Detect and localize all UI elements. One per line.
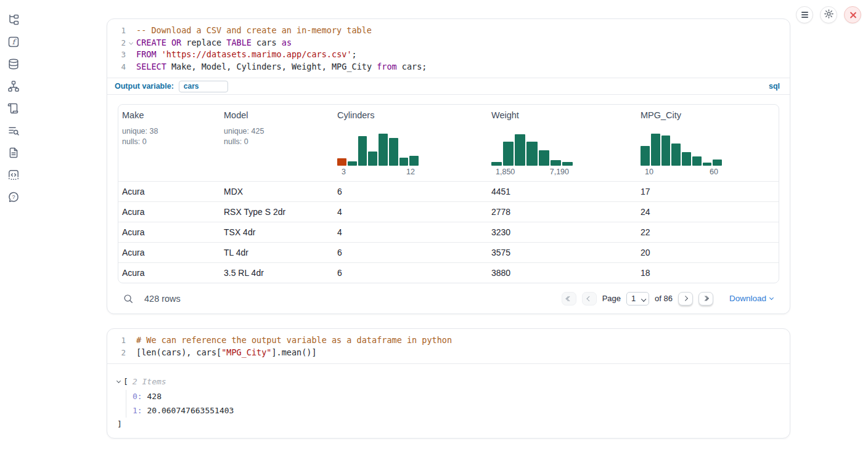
table-cell: Acura (118, 187, 220, 196)
column-stats: unique: 425nulls: 0 (224, 126, 329, 147)
code-text: FROM 'https://datasets.marimo.app/cars.c… (136, 49, 357, 61)
hierarchy-icon[interactable] (7, 80, 20, 92)
histogram-bar[interactable] (389, 138, 398, 166)
histogram-bar[interactable] (379, 134, 388, 166)
tree-collapse-chevron-icon[interactable] (117, 381, 120, 382)
histogram-bar[interactable] (399, 158, 409, 166)
column-name: Make (122, 110, 215, 120)
page-select[interactable]: 1 (627, 294, 649, 303)
sql-code-editor[interactable]: 1-- Download a CSV and create an in-memo… (107, 19, 790, 78)
column-header-cylinders[interactable]: Cylinders312 (334, 105, 488, 181)
download-button[interactable]: Download (729, 294, 773, 303)
file-tree-icon[interactable] (7, 14, 20, 26)
histogram-bar[interactable] (682, 152, 691, 166)
fold-gutter (126, 49, 136, 61)
column-histogram[interactable]: 1,8507,190 (491, 132, 573, 176)
menu-icon (801, 12, 808, 18)
settings-gear-icon (824, 9, 834, 22)
histogram-bar[interactable] (503, 142, 514, 166)
column-header-weight[interactable]: Weight1,8507,190 (488, 105, 637, 181)
column-header-model[interactable]: Modelunique: 425nulls: 0 (220, 105, 334, 181)
chevrons-left-icon (567, 297, 571, 301)
database-icon[interactable] (7, 58, 20, 70)
menu-button[interactable] (796, 6, 813, 23)
histogram-bar[interactable] (692, 156, 702, 166)
scroll-icon[interactable] (7, 102, 20, 115)
python-output-area: [ 2 Items 0: 4281: 20.060747663551403 ] (107, 363, 790, 431)
chevrons-right-icon (703, 297, 708, 301)
svg-text:f: f (12, 38, 17, 46)
column-histogram[interactable]: 1060 (641, 132, 722, 176)
python-code-editor[interactable]: 1# We can reference the output variable … (107, 329, 790, 363)
column-name: MPG_City (641, 110, 774, 120)
shutdown-button[interactable] (844, 6, 861, 23)
histogram-bar[interactable] (551, 160, 561, 166)
column-header-mpg_city[interactable]: MPG_City1060 (637, 105, 779, 181)
histogram-bar[interactable] (515, 134, 525, 166)
previous-page-button[interactable] (582, 292, 597, 305)
histogram-bar[interactable] (703, 163, 712, 166)
histogram-bar[interactable] (368, 152, 377, 166)
help-icon[interactable]: ? (7, 191, 20, 203)
histogram-bar[interactable] (526, 142, 537, 166)
log-search-icon[interactable] (7, 124, 20, 137)
histogram-bar[interactable] (651, 134, 660, 166)
svg-text:?: ? (12, 194, 15, 200)
search-icon[interactable] (123, 293, 134, 304)
data-table: Makeunique: 38nulls: 0Modelunique: 425nu… (118, 104, 779, 283)
table-cell: Acura (118, 268, 220, 278)
table-cell: TL 4dr (220, 248, 334, 257)
table-cell: 2778 (488, 207, 637, 217)
table-cell: 4 (334, 207, 488, 217)
chevron-right-icon (683, 296, 688, 301)
output-variable-label: Output variable: (115, 82, 174, 91)
column-stats: unique: 38nulls: 0 (122, 126, 215, 147)
table-cell: Acura (118, 227, 220, 237)
table-row: Acura3.5 RL 4dr6388018 (118, 262, 779, 283)
histogram-bar[interactable] (491, 162, 502, 166)
code-line: 1# We can reference the output variable … (107, 334, 790, 347)
row-count: 428 rows (144, 294, 181, 304)
column-histogram[interactable]: 312 (337, 132, 419, 176)
code-line: 3FROM 'https://datasets.marimo.app/cars.… (107, 49, 790, 61)
table-cell: Acura (118, 207, 220, 217)
histogram-bar[interactable] (337, 158, 346, 166)
output-variable-input[interactable] (179, 81, 228, 92)
histogram-bar[interactable] (358, 136, 367, 166)
table-cell: 4 (334, 227, 488, 237)
line-number: 4 (107, 61, 126, 73)
last-page-button[interactable] (698, 292, 713, 305)
histogram-bar[interactable] (641, 146, 650, 166)
histogram-axis: 312 (337, 166, 419, 176)
histogram-bar[interactable] (409, 156, 419, 166)
histogram-bar[interactable] (661, 136, 671, 166)
histogram-bar[interactable] (671, 144, 681, 166)
fold-gutter (126, 334, 136, 347)
histogram-bar[interactable] (539, 150, 549, 166)
histogram-bar[interactable] (713, 160, 722, 166)
function-icon[interactable]: f (7, 36, 20, 48)
code-line: 2[len(cars), cars["MPG_City"].mean()] (107, 347, 790, 359)
table-footer: 428 rows Page 1 of 86 (118, 283, 779, 313)
snippets-code-icon[interactable] (7, 169, 20, 181)
download-label: Download (729, 294, 766, 303)
sql-output-variable-bar: Output variable: sql (107, 78, 790, 94)
table-row: AcuraMDX6445117 (118, 181, 779, 201)
settings-button[interactable] (820, 6, 837, 23)
document-icon[interactable] (7, 147, 20, 159)
line-number: 3 (107, 49, 126, 61)
column-header-make[interactable]: Makeunique: 38nulls: 0 (118, 105, 220, 181)
table-cell: MDX (220, 187, 334, 196)
pagination: Page 1 of 86 Download (562, 292, 779, 305)
table-cell: 20 (637, 248, 779, 257)
table-row: AcuraRSX Type S 2dr4277824 (118, 201, 779, 222)
fold-gutter (126, 347, 136, 359)
histogram-bar[interactable] (348, 161, 357, 166)
first-page-button[interactable] (562, 292, 576, 305)
next-page-button[interactable] (678, 292, 693, 305)
histogram-bar[interactable] (562, 162, 573, 166)
tree-items: 0: 4281: 20.060747663551403 (126, 390, 780, 418)
histogram-axis: 1060 (641, 166, 722, 176)
line-number: 1 (107, 25, 126, 37)
fold-chevron-icon[interactable] (126, 37, 136, 49)
